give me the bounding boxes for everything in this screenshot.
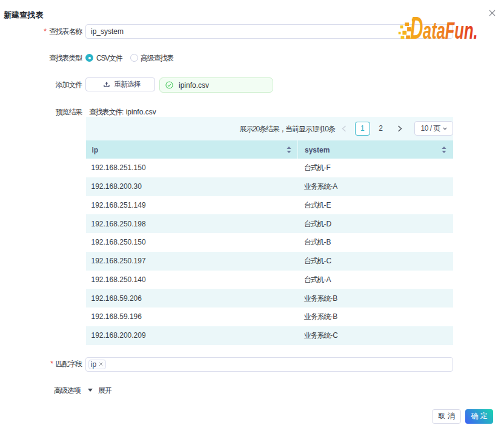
svg-text:ataFun.: ataFun.	[423, 18, 478, 41]
svg-text:D: D	[410, 15, 423, 41]
